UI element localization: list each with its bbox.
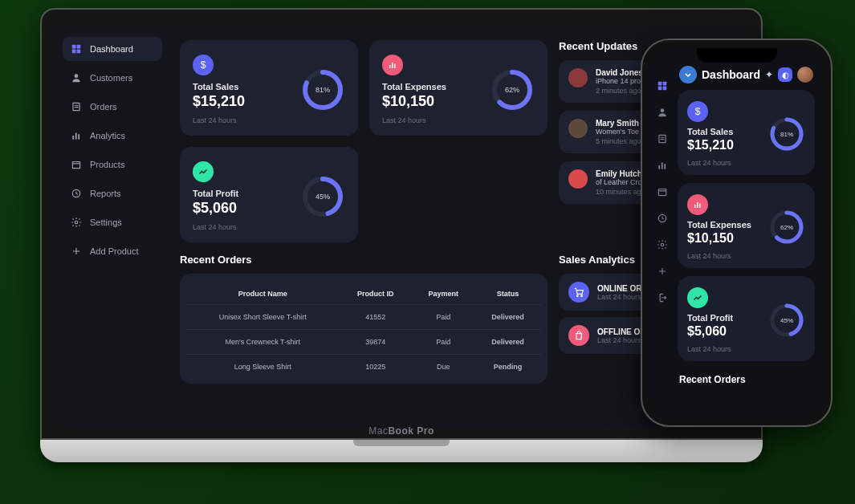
sidebar-item-label: Analytics [90, 131, 125, 140]
svg-rect-37 [694, 205, 696, 208]
svg-rect-9 [72, 162, 79, 169]
cell-id: 39874 [340, 330, 413, 355]
progress-ring: 62% [768, 209, 805, 246]
avatar [568, 119, 588, 138]
sidebar-item-products[interactable]: Products [63, 152, 162, 177]
cell-status: Delivered [474, 330, 541, 355]
svg-point-21 [576, 295, 578, 297]
rail-item-customers[interactable] [657, 107, 668, 120]
rail-item-logout[interactable] [657, 292, 668, 306]
sidebar-item-label: Add Product [90, 246, 139, 256]
sidebar-item-settings[interactable]: Settings [63, 210, 162, 234]
svg-rect-29 [658, 165, 660, 169]
iphone-notch [697, 48, 777, 63]
rail-item-dashboard[interactable] [657, 80, 668, 94]
table-row[interactable]: Men's Crewneck T-shirt 39874 Paid Delive… [186, 330, 541, 355]
svg-point-4 [75, 74, 79, 78]
svg-rect-2 [72, 50, 76, 54]
avatar [568, 68, 588, 87]
cell-name: Unisex Short Sleeve T-shirt [186, 305, 340, 330]
dollar-icon: $ [193, 55, 214, 75]
svg-rect-26 [663, 87, 667, 91]
sidebar-item-reports[interactable]: Reports [63, 181, 162, 205]
clock-icon [71, 188, 82, 199]
cell-payment: Paid [412, 305, 474, 330]
sidebar-item-analytics[interactable]: Analytics [63, 124, 162, 148]
cell-id: 41552 [340, 305, 413, 330]
rail-item-analytics[interactable] [657, 160, 668, 173]
sidebar-item-label: Customers [90, 73, 132, 83]
table-row[interactable]: Long Sleeve Shirt 10225 Due Pending [186, 355, 541, 380]
phone-stat-sales[interactable]: $ Total Sales $15,210 Last 24 hours 81% [678, 90, 815, 175]
svg-rect-16 [394, 64, 396, 69]
phone-stat-profit[interactable]: Total Profit $5,060 Last 24 hours 45% [678, 276, 815, 361]
section-title-orders: Recent Orders [180, 254, 548, 266]
sidebar-item-label: Settings [90, 217, 122, 227]
update-text: iPhone 14 pro [596, 77, 643, 85]
orders-section: Recent Orders Product Name Product ID Pa… [180, 254, 548, 384]
rail-item-add[interactable] [657, 266, 668, 279]
progress-ring: 45% [768, 302, 805, 339]
svg-rect-39 [699, 204, 701, 209]
orders-table-card: Product Name Product ID Payment Status U… [180, 274, 548, 384]
stat-value: $10,150 [382, 93, 480, 110]
stat-title: Total Sales [193, 82, 291, 91]
sidebar-item-label: Dashboard [90, 44, 133, 54]
stat-sub: Last 24 hours [193, 223, 291, 231]
svg-point-22 [581, 295, 583, 297]
stat-card-expenses[interactable]: Total Expenses $10,150 Last 24 hours 62% [369, 40, 548, 136]
sidebar-item-label: Orders [90, 102, 117, 112]
sidebar: Dashboard Customers Orders [56, 26, 169, 427]
rail-item-settings[interactable] [657, 239, 668, 253]
stat-title: Total Profit [193, 189, 291, 198]
svg-rect-15 [392, 63, 393, 68]
svg-rect-8 [78, 134, 79, 139]
chart-icon [382, 55, 403, 75]
svg-rect-14 [389, 65, 391, 68]
stat-sub: Last 24 hours [382, 116, 480, 124]
stat-title: Total Sales [687, 127, 762, 136]
stat-card-sales[interactable]: $ Total Sales $15,210 Last 24 hours 81% [180, 40, 358, 136]
svg-rect-6 [72, 136, 74, 140]
svg-rect-25 [658, 87, 662, 91]
stat-sub: Last 24 hours [687, 252, 762, 260]
avatar[interactable] [797, 67, 813, 83]
progress-ring-profit: 45% [300, 174, 345, 219]
rail-item-reports[interactable] [657, 213, 668, 226]
stat-title: Total Expenses [687, 220, 762, 230]
stat-value: $10,150 [687, 231, 762, 246]
dollar-icon: $ [687, 101, 708, 122]
app-logo-icon[interactable] [679, 66, 697, 83]
sidebar-item-orders[interactable]: Orders [63, 95, 162, 119]
ring-percent: 81% [316, 86, 330, 94]
phone-section-orders: Recent Orders [678, 369, 815, 387]
sidebar-item-dashboard[interactable]: Dashboard [63, 37, 162, 61]
svg-rect-1 [77, 45, 81, 49]
sidebar-item-customers[interactable]: Customers [63, 66, 162, 90]
stat-card-profit[interactable]: Total Profit $5,060 Last 24 hours 45% [180, 147, 358, 242]
phone-stat-expenses[interactable]: Total Expenses $10,150 Last 24 hours 62% [678, 183, 815, 268]
svg-point-27 [661, 108, 665, 112]
stat-title: Total Profit [687, 313, 762, 323]
theme-toggle-icon[interactable]: ◐ [778, 67, 792, 82]
phone-main: Dashboard ✦ ◐ $ Total Sales $15,210 Last… [674, 48, 823, 417]
cell-payment: Paid [412, 330, 474, 355]
star-icon[interactable]: ✦ [765, 69, 773, 80]
cell-status: Pending [474, 355, 541, 380]
sidebar-item-add-product[interactable]: Add Product [63, 239, 162, 263]
svg-rect-30 [662, 163, 663, 169]
update-name: David Jones [596, 68, 643, 77]
svg-rect-24 [663, 82, 667, 86]
phone-sidebar-rail [650, 48, 674, 417]
rail-item-products[interactable] [657, 186, 668, 200]
update-time: 2 minutes ago [596, 87, 643, 95]
macbook-brand-label: MacBook Pro [368, 425, 434, 437]
rail-item-orders[interactable] [657, 133, 668, 147]
cell-payment: Due [412, 355, 474, 380]
phone-page-title: Dashboard [702, 68, 765, 81]
table-row[interactable]: Unisex Short Sleeve T-shirt 41552 Paid D… [186, 305, 541, 330]
th-id[interactable]: Product ID [340, 283, 413, 305]
th-status[interactable]: Status [474, 283, 541, 305]
th-name[interactable]: Product Name [186, 283, 340, 305]
th-payment[interactable]: Payment [412, 283, 474, 305]
